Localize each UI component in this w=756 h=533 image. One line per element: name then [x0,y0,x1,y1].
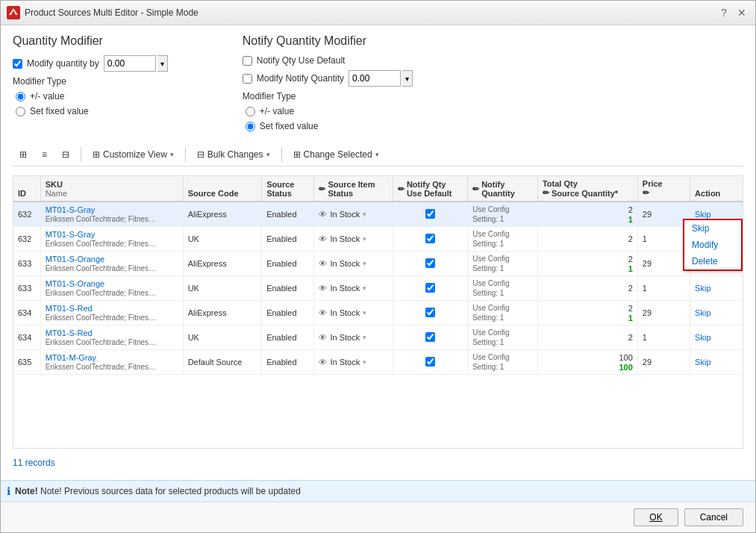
notify-use-default-label: Notify Qty Use Default [257,55,346,66]
cell-id: 633 [13,252,40,276]
note-bar: ℹ Note! Note! Previous sources data for … [1,480,755,502]
action-link[interactable]: Skip [695,333,710,342]
cell-sku-name: MT01-S-RedErikssen CoolTechtrade; Fitnes… [40,325,183,350]
cell-sku-name: MT01-S-OrangeErikssen CoolTechtrade; Fit… [40,276,183,301]
bulk-changes-button[interactable]: ⊟ Bulk Changes ▾ [190,146,277,163]
pencil-icon-src-qty: ✏ [543,188,549,198]
sku-link[interactable]: MT01-S-Red [46,304,178,313]
quantity-modifier-panel: Quantity Modifier Modify quantity by 0.0… [13,34,168,131]
col-header-action: Action [690,176,743,202]
cell-source-code: Default Source [183,350,261,375]
main-content: Quantity Modifier Modify quantity by 0.0… [1,25,755,480]
notify-use-default-row: Notify Qty Use Default [243,55,413,66]
sku-link[interactable]: MT01-S-Red [46,328,178,337]
notify-default-checkbox[interactable] [425,308,435,317]
cell-item-status[interactable]: 👁In Stock▾ [314,276,393,301]
item-status-text: In Stock [330,259,360,268]
instock-dropdown-arrow[interactable]: ▾ [363,211,366,218]
dropdown-item-modify[interactable]: Modify [684,237,741,253]
notify-use-default-checkbox[interactable] [243,56,252,66]
col-header-id: ID [13,176,40,202]
eye-icon: 👁 [319,259,327,268]
radio-plus-minus[interactable] [16,92,25,102]
sku-link[interactable]: MT01-S-Gray [46,230,178,239]
cell-item-status[interactable]: 👁In Stock▾ [314,301,393,325]
modify-notify-checkbox[interactable] [243,74,252,84]
instock-dropdown-arrow[interactable]: ▾ [363,334,366,341]
cell-notify-quantity: Use ConfigSetting: 1 [468,202,538,227]
col-header-sku: SKU Name [40,176,183,202]
modify-notify-dropdown[interactable]: ▾ [402,70,413,87]
sku-link[interactable]: MT01-S-Gray [46,205,178,214]
modify-notify-row: Modify Notify Quantity ▾ [243,70,413,87]
action-link[interactable]: Skip [695,210,710,219]
modify-qty-dropdown[interactable]: ▾ [157,55,168,72]
instock-dropdown-arrow[interactable]: ▾ [363,235,366,243]
table-row: 634MT01-S-RedErikssen CoolTechtrade; Fit… [13,301,743,325]
cell-item-status[interactable]: 👁In Stock▾ [314,252,393,276]
col-header-item-status: ✏ Source ItemStatus [314,176,393,202]
notify-radio-plus-minus[interactable] [246,107,255,116]
customize-view-button[interactable]: ⊞ Customize View ▾ [86,146,181,163]
action-link[interactable]: Skip [695,358,710,367]
instock-dropdown-arrow[interactable]: ▾ [363,284,366,292]
col-header-item-status-label: Source ItemStatus [328,180,375,198]
ok-button[interactable]: OK [634,508,678,526]
sku-link[interactable]: MT01-M-Gray [46,353,178,362]
cancel-button[interactable]: Cancel [684,508,743,526]
notify-default-checkbox[interactable] [425,258,435,268]
cell-id: 632 [13,227,40,252]
close-button[interactable]: ✕ [734,5,749,20]
modify-qty-label: Modify quantity by [27,58,99,69]
help-button[interactable]: ? [716,5,731,20]
col-header-price: Price ✏ [637,176,690,202]
notify-default-checkbox[interactable] [425,283,435,293]
customize-view-label: Customize View [103,149,167,160]
instock-dropdown-arrow[interactable]: ▾ [363,309,366,317]
notify-radio-fixed[interactable] [246,122,255,131]
records-count[interactable]: 11 records [13,458,55,468]
sku-link[interactable]: MT01-S-Orange [46,279,178,288]
sku-link[interactable]: MT01-S-Orange [46,255,178,264]
action-link[interactable]: Skip [695,284,710,293]
cell-item-status[interactable]: 👁In Stock▾ [314,325,393,350]
table-row: 634MT01-S-RedErikssen CoolTechtrade; Fit… [13,325,743,350]
cell-source-status: Enabled [262,276,314,301]
toolbar-btn-1[interactable]: ⊞ [13,146,34,163]
change-selected-icon: ⊞ [293,149,301,160]
radio-fixed-row: Set fixed value [16,106,168,116]
cell-item-status[interactable]: 👁In Stock▾ [314,227,393,252]
cell-id: 633 [13,276,40,301]
minus-icon: ⊟ [62,149,69,160]
instock-dropdown-arrow[interactable]: ▾ [363,260,366,267]
cell-notify-use-default [393,202,467,227]
dropdown-item-delete[interactable]: Delete [684,253,741,269]
cell-id: 635 [13,350,40,375]
modify-qty-input[interactable]: 0.00 [104,55,156,72]
app-logo [7,6,20,19]
modify-qty-checkbox[interactable] [13,59,22,69]
dropdown-item-skip[interactable]: Skip [684,220,741,237]
modify-notify-input[interactable] [349,70,401,87]
radio-fixed[interactable] [16,107,25,116]
cell-total-qty: 100100 [537,350,637,375]
change-selected-button[interactable]: ⊞ Change Selected ▾ [287,146,386,163]
notify-default-checkbox[interactable] [425,209,435,219]
toolbar-btn-2[interactable]: ≡ [35,146,54,163]
title-bar-left: Product Sources Multi Editor - Simple Mo… [7,6,199,19]
cell-notify-quantity: Use ConfigSetting: 1 [468,301,538,325]
cell-item-status[interactable]: 👁In Stock▾ [314,350,393,375]
notify-default-checkbox[interactable] [425,234,435,243]
col-header-notify-qty-label: NotifyQuantity [481,180,515,198]
pencil-icon-notify-default: ✏ [398,184,404,194]
note-text: Note! Note! Previous sources data for se… [15,486,301,496]
cell-sku-name: MT01-M-GrayErikssen CoolTechtrade; Fitne… [40,350,183,375]
cell-item-status[interactable]: 👁In Stock▾ [314,202,393,227]
action-link[interactable]: Skip [695,308,710,317]
table-body: 632MT01-S-GrayErikssen CoolTechtrade; Fi… [13,202,743,375]
cell-notify-quantity: Use ConfigSetting: 1 [468,325,538,350]
notify-default-checkbox[interactable] [425,357,435,367]
toolbar-btn-3[interactable]: ⊟ [55,146,76,163]
notify-default-checkbox[interactable] [425,332,435,342]
instock-dropdown-arrow[interactable]: ▾ [363,358,366,366]
